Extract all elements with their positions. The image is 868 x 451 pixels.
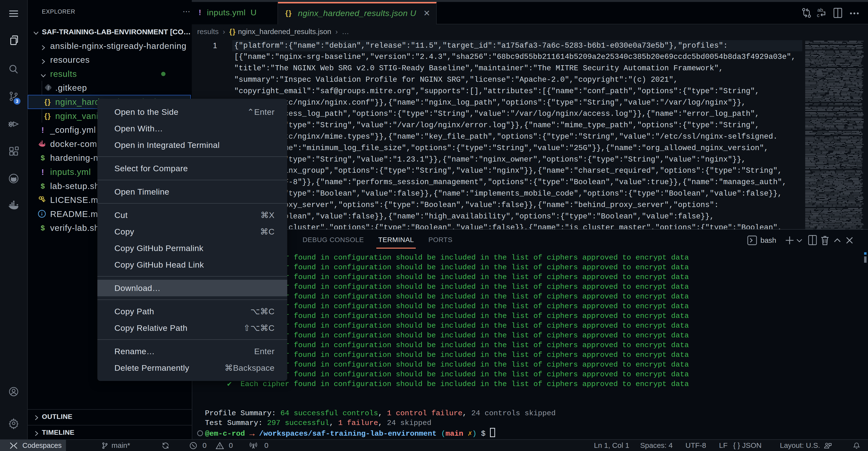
svg-text:bash: bash xyxy=(761,236,776,244)
svg-text:ab: ab xyxy=(817,7,823,13)
svg-text:c: c xyxy=(817,12,819,18)
